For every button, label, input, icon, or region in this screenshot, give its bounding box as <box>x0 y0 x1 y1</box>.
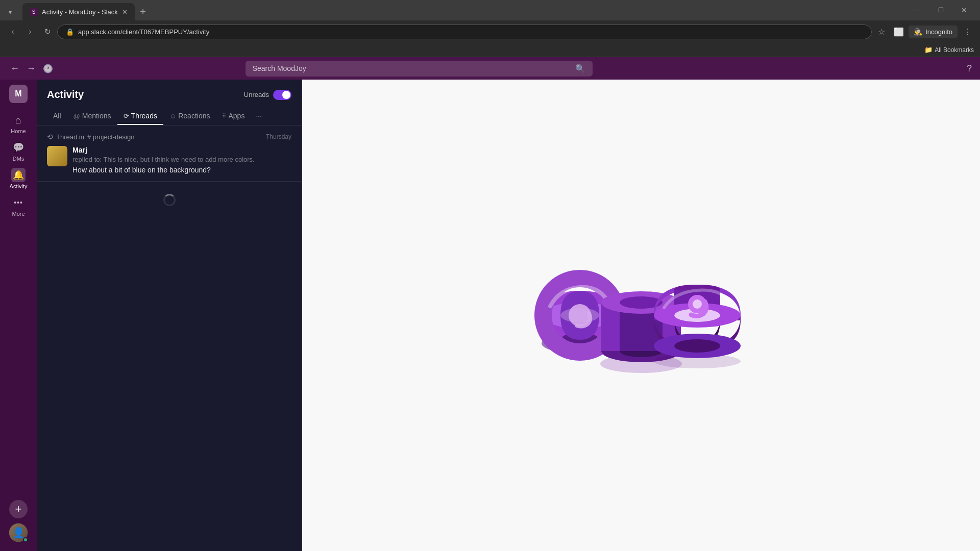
reactions-tab-icon: ☺ <box>169 112 176 120</box>
threads-tab-icon: ⟳ <box>124 112 129 120</box>
online-status-dot <box>23 537 28 542</box>
tab-mentions[interactable]: @ Mentions <box>67 108 117 125</box>
activity-icon: 🔔 <box>11 168 26 182</box>
activity-label: Activity <box>10 183 28 189</box>
incognito-icon: 🕵 <box>914 28 922 36</box>
tab-reactions[interactable]: ☺ Reactions <box>163 108 216 125</box>
at-icon: @ <box>74 112 80 120</box>
tab-title: Activity - MoodJoy - Slack <box>42 8 118 16</box>
tab-close-icon[interactable]: ✕ <box>122 8 128 16</box>
activity-panel: Activity Unreads All <box>37 80 302 551</box>
activity-title: Activity <box>47 89 84 101</box>
toggle-knob <box>282 91 290 99</box>
svg-point-25 <box>693 299 702 309</box>
more-label: More <box>12 211 24 217</box>
bookmarks-folder-icon: 📁 <box>924 46 933 54</box>
lock-icon: 🔒 <box>66 28 74 36</box>
thread-replied-text: replied to: This is nice, but I think we… <box>72 156 291 163</box>
dms-label: DMs <box>13 156 24 162</box>
add-workspace-button[interactable]: + <box>9 500 28 518</box>
reload-button[interactable]: ↻ <box>40 24 55 39</box>
tab-strip: ▾ S Activity - MoodJoy - Slack ✕ + — ❐ ✕ <box>0 0 980 20</box>
forward-button[interactable]: › <box>22 24 38 39</box>
unreads-toggle[interactable] <box>273 90 291 100</box>
user-avatar[interactable]: 👤 <box>9 523 28 542</box>
dms-icon: 💬 <box>11 140 26 155</box>
bookmarks-label[interactable]: All Bookmarks <box>935 46 974 54</box>
apps-tab-icon: ⠿ <box>222 113 226 119</box>
home-icon: ⌂ <box>11 113 26 127</box>
app-wrapper: ← → 🕐 Search MoodJoy 🔍 ? M ⌂ Home <box>0 57 980 551</box>
sidebar-item-dms[interactable]: 💬 DMs <box>0 138 37 164</box>
activity-header: Activity Unreads <box>37 80 302 108</box>
search-icon: 🔍 <box>575 64 585 73</box>
sidebar-item-home[interactable]: ⌂ Home <box>0 110 37 137</box>
sidebar-item-more[interactable]: ••• More <box>0 193 37 219</box>
tab-more[interactable]: ··· <box>251 108 267 125</box>
search-bar[interactable]: Search MoodJoy 🔍 <box>246 61 593 77</box>
nav-back-button[interactable]: ← <box>8 61 21 76</box>
thread-item: ⟲ Thread in # project-design Thursday Ma… <box>37 126 302 182</box>
history-button[interactable]: 🕐 <box>41 62 55 76</box>
thread-icon: ⟲ <box>47 133 53 141</box>
tab-threads[interactable]: ⟳ Threads <box>117 108 163 125</box>
more-icon: ••• <box>11 195 26 210</box>
url-text: app.slack.com/client/T067MEBPPUY/activit… <box>78 28 209 36</box>
main-area: M ⌂ Home 💬 DMs 🔔 Activity ••• More <box>0 80 980 551</box>
thread-location-prefix: Thread in <box>56 133 84 141</box>
sidebar-item-activity[interactable]: 🔔 Activity <box>0 165 37 192</box>
home-label: Home <box>11 128 26 134</box>
app-topbar: ← → 🕐 Search MoodJoy 🔍 ? <box>0 57 980 80</box>
thread-author-avatar[interactable] <box>47 146 67 166</box>
activity-tabs: All @ Mentions ⟳ Threads ☺ Reactions <box>37 108 302 126</box>
sidebar: M ⌂ Home 💬 DMs 🔔 Activity ••• More <box>0 80 37 551</box>
menu-button[interactable]: ⋮ <box>960 24 975 39</box>
bookmark-star-icon[interactable]: ☆ <box>874 24 889 39</box>
browser-tab-active[interactable]: S Activity - MoodJoy - Slack ✕ <box>22 3 135 20</box>
unreads-label: Unreads <box>244 91 269 98</box>
svg-point-22 <box>674 339 720 353</box>
logo-wrapper <box>636 262 758 369</box>
nav-forward-button[interactable]: → <box>24 61 38 76</box>
split-screen-icon[interactable]: ⬜ <box>891 24 906 39</box>
loading-spinner <box>163 194 176 206</box>
search-placeholder: Search MoodJoy <box>253 64 570 72</box>
incognito-label: Incognito <box>925 28 952 36</box>
right-panel <box>302 80 980 551</box>
help-button[interactable]: ? <box>967 63 972 74</box>
thread-author-name: Marj <box>72 146 291 154</box>
workspace-avatar[interactable]: M <box>9 85 28 103</box>
new-tab-button[interactable]: + <box>136 5 150 19</box>
tab-apps[interactable]: ⠿ Apps <box>216 108 251 125</box>
bookmarks-bar: 📁 All Bookmarks <box>0 43 980 57</box>
incognito-badge: 🕵 Incognito <box>909 26 958 38</box>
loading-container <box>37 182 302 218</box>
thread-channel[interactable]: # project-design <box>87 133 135 141</box>
thread-message-text: How about a bit of blue on the backgroun… <box>72 166 291 174</box>
close-button[interactable]: ✕ <box>952 2 976 18</box>
browser-window: ▾ S Activity - MoodJoy - Slack ✕ + — ❐ ✕… <box>0 0 980 551</box>
tab-favicon: S <box>30 8 38 16</box>
thread-date: Thursday <box>266 133 291 140</box>
window-dropdown[interactable]: ▾ <box>4 6 16 18</box>
address-bar[interactable]: 🔒 app.slack.com/client/T067MEBPPUY/activ… <box>57 24 872 39</box>
minimize-button[interactable]: — <box>905 2 929 18</box>
tab-all[interactable]: All <box>47 108 67 125</box>
maximize-button[interactable]: ❐ <box>929 2 952 18</box>
browser-navbar: ‹ › ↻ 🔒 app.slack.com/client/T067MEBPPUY… <box>0 20 980 43</box>
back-button[interactable]: ‹ <box>5 24 20 39</box>
